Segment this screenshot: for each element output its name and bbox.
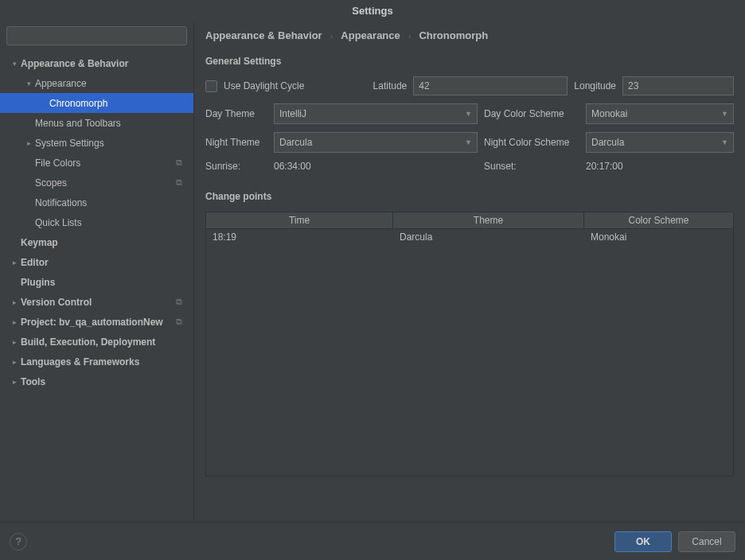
sidebar-item-label: Appearance — [35, 78, 187, 89]
search-wrap — [0, 21, 193, 50]
chevron-down-icon: ▼ — [465, 138, 472, 146]
ok-button[interactable]: OK — [614, 531, 672, 552]
night-scheme-value: Darcula — [591, 137, 624, 148]
breadcrumb-item: Chronomorph — [419, 29, 488, 41]
sidebar-item-label: System Settings — [35, 138, 187, 149]
table-row[interactable]: 18:19DarculaMonokai — [206, 229, 733, 245]
sunset-value: 20:17:00 — [586, 161, 623, 172]
night-theme-dropdown[interactable]: Darcula ▼ — [274, 132, 478, 153]
sidebar-item-label: Editor — [21, 257, 187, 268]
sidebar-item-label: Languages & Frameworks — [21, 356, 187, 368]
sidebar-item-tools[interactable]: ▸Tools — [0, 371, 193, 391]
chevron-right-icon: › — [408, 31, 412, 41]
sidebar-item-version-control[interactable]: ▸Version Control⧉ — [0, 292, 193, 312]
sidebar-item-project-bv-qa-automationnew[interactable]: ▸Project: bv_qa_automationNew⧉ — [0, 312, 193, 332]
chevron-down-icon[interactable]: ▾ — [8, 60, 21, 68]
sidebar-item-notifications[interactable]: Notifications — [0, 192, 193, 212]
sidebar-item-file-colors[interactable]: File Colors⧉ — [0, 153, 193, 173]
night-theme-value: Darcula — [279, 137, 312, 148]
sidebar-item-menus-and-toolbars[interactable]: Menus and Toolbars — [0, 113, 193, 133]
sidebar-item-appearance-behavior[interactable]: ▾Appearance & Behavior — [0, 53, 193, 73]
row-daylight: Use Daylight Cycle Latitude Longitude — [205, 76, 734, 95]
sidebar-item-label: File Colors — [35, 158, 176, 169]
sidebar-item-appearance[interactable]: ▾Appearance — [0, 73, 193, 93]
sidebar-item-label: Version Control — [21, 297, 176, 308]
day-scheme-dropdown[interactable]: Monokai ▼ — [586, 103, 734, 124]
th-scheme[interactable]: Color Scheme — [584, 212, 733, 228]
sidebar-item-label: Build, Execution, Deployment — [21, 336, 187, 348]
settings-tree: ▾Appearance & Behavior▾AppearanceChronom… — [0, 50, 193, 522]
breadcrumb-item[interactable]: Appearance & Behavior — [205, 29, 322, 41]
chevron-right-icon[interactable]: ▸ — [8, 358, 21, 366]
settings-panel: General Settings Use Daylight Cycle Lati… — [194, 49, 745, 522]
sunrise-label: Sunrise: — [205, 161, 267, 172]
sunrise-value: 06:34:00 — [274, 161, 478, 172]
window-title: Settings — [0, 0, 745, 21]
breadcrumb-item[interactable]: Appearance — [341, 29, 400, 41]
chevron-right-icon[interactable]: ▸ — [22, 139, 35, 147]
project-scope-icon: ⧉ — [176, 177, 182, 188]
project-scope-icon: ⧉ — [176, 158, 182, 168]
chevron-right-icon[interactable]: ▸ — [8, 259, 21, 266]
sidebar-item-label: Plugins — [21, 277, 187, 288]
section-general: General Settings — [205, 56, 734, 67]
sidebar-item-plugins[interactable]: Plugins — [0, 272, 193, 292]
sidebar-item-editor[interactable]: ▸Editor — [0, 252, 193, 272]
chevron-right-icon[interactable]: ▸ — [8, 338, 21, 346]
project-scope-icon: ⧉ — [176, 317, 182, 327]
sidebar-item-scopes[interactable]: Scopes⧉ — [0, 173, 193, 192]
sidebar-item-quick-lists[interactable]: Quick Lists — [0, 212, 193, 232]
sidebar-item-languages-frameworks[interactable]: ▸Languages & Frameworks — [0, 352, 193, 371]
search-input[interactable] — [6, 26, 187, 45]
use-daylight-checkbox[interactable] — [205, 80, 217, 92]
day-theme-dropdown[interactable]: IntelliJ ▼ — [274, 103, 478, 124]
table-body: 18:19DarculaMonokai — [206, 229, 733, 476]
chevron-down-icon: ▼ — [721, 110, 728, 118]
day-scheme-label: Day Color Scheme — [484, 108, 579, 119]
sidebar-item-label: Scopes — [35, 177, 176, 189]
td-theme: Darcula — [393, 229, 584, 245]
sidebar-item-label: Quick Lists — [35, 217, 187, 228]
project-scope-icon: ⧉ — [176, 297, 182, 307]
sidebar-item-chronomorph[interactable]: Chronomorph — [0, 93, 193, 113]
night-scheme-dropdown[interactable]: Darcula ▼ — [586, 132, 734, 153]
latitude-input[interactable] — [413, 76, 568, 95]
use-daylight-label: Use Daylight Cycle — [224, 80, 304, 91]
help-button[interactable]: ? — [10, 533, 27, 550]
row-night-theme: Night Theme Darcula ▼ Night Color Scheme… — [205, 132, 734, 153]
sunset-label: Sunset: — [484, 161, 579, 172]
chevron-down-icon: ▼ — [721, 138, 728, 146]
sidebar-item-keymap[interactable]: Keymap — [0, 232, 193, 252]
night-scheme-label: Night Color Scheme — [484, 137, 579, 148]
cancel-button[interactable]: Cancel — [678, 531, 735, 552]
th-theme[interactable]: Theme — [393, 212, 584, 228]
day-theme-value: IntelliJ — [279, 108, 306, 119]
night-theme-label: Night Theme — [205, 137, 267, 148]
dialog-footer: ? OK Cancel — [0, 522, 745, 560]
row-sunrise-sunset: Sunrise: 06:34:00 Sunset: 20:17:00 — [205, 161, 734, 172]
day-scheme-value: Monokai — [591, 108, 627, 119]
settings-sidebar: ▾Appearance & Behavior▾AppearanceChronom… — [0, 21, 194, 522]
chevron-down-icon[interactable]: ▾ — [22, 80, 35, 88]
main-area: ▾Appearance & Behavior▾AppearanceChronom… — [0, 21, 745, 522]
td-time: 18:19 — [206, 229, 393, 245]
sidebar-item-label: Project: bv_qa_automationNew — [21, 317, 176, 328]
table-header: Time Theme Color Scheme — [206, 212, 733, 229]
chevron-right-icon: › — [330, 31, 333, 41]
sidebar-item-system-settings[interactable]: ▸System Settings — [0, 133, 193, 153]
sidebar-item-label: Tools — [21, 376, 187, 387]
sidebar-item-label: Keymap — [21, 237, 187, 248]
content-panel: Appearance & Behavior › Appearance › Chr… — [194, 21, 745, 522]
longitude-label: Longitude — [574, 80, 616, 91]
row-day-theme: Day Theme IntelliJ ▼ Day Color Scheme Mo… — [205, 103, 734, 124]
td-scheme: Monokai — [584, 229, 733, 245]
chevron-right-icon[interactable]: ▸ — [8, 298, 21, 306]
chevron-right-icon[interactable]: ▸ — [8, 378, 21, 386]
chevron-right-icon[interactable]: ▸ — [8, 318, 21, 326]
sidebar-item-label: Notifications — [35, 197, 187, 208]
latitude-label: Latitude — [373, 80, 408, 91]
longitude-input[interactable] — [622, 76, 734, 95]
sidebar-item-build-execution-deployment[interactable]: ▸Build, Execution, Deployment — [0, 332, 193, 352]
day-theme-label: Day Theme — [205, 108, 267, 119]
th-time[interactable]: Time — [206, 212, 393, 228]
